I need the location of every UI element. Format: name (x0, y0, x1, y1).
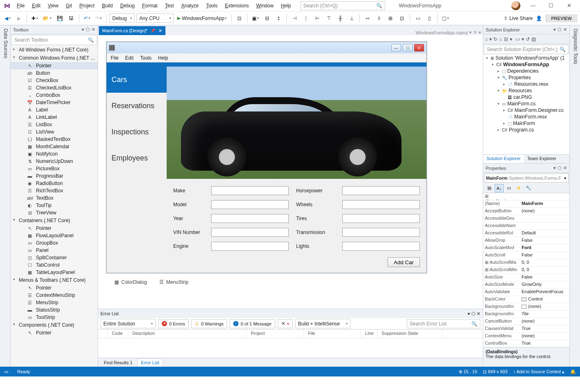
nav-fwd-button[interactable]: ▶ (14, 13, 24, 23)
property-row[interactable]: BackgroundIm(none) (483, 303, 569, 311)
dropdown-icon[interactable]: ▾ (468, 311, 470, 316)
home-icon[interactable]: ⌂ (485, 36, 488, 42)
field-input[interactable] (342, 186, 420, 195)
align-left-icon[interactable]: ⊣ (290, 13, 299, 23)
notifications-icon[interactable]: 🔔 (570, 369, 576, 374)
nav-item[interactable]: Reservations (107, 93, 167, 119)
toolbox-item[interactable]: ☑CheckBox (11, 77, 98, 84)
error-col-header[interactable]: Description (128, 330, 247, 338)
messages-filter-button[interactable]: i0 of 1 Message (230, 319, 275, 328)
user-avatar[interactable] (511, 1, 520, 10)
close-icon[interactable]: ✕ (563, 165, 567, 171)
dropdown-icon[interactable]: ▾ (553, 165, 556, 171)
toolbox-item[interactable]: ▭ToolStrip (11, 314, 98, 321)
error-col-header[interactable]: Suppression State (377, 330, 443, 338)
solution-node[interactable]: ▸⬚MainForm (483, 120, 569, 127)
menu-file[interactable]: File (13, 2, 28, 10)
filter-button[interactable]: ✕▾ (278, 319, 293, 328)
document-tab[interactable]: MainForm.cs [Design]*📌✕ (99, 26, 165, 35)
error-col-header[interactable]: Line (361, 330, 377, 338)
new-item-button[interactable]: ✚ (30, 13, 40, 23)
redo-button[interactable]: ↷ (94, 13, 103, 23)
spacing-icon[interactable]: ⇳ (374, 13, 384, 23)
toolbox-item[interactable]: abButton (11, 69, 98, 77)
menu-edit[interactable]: Edit (28, 2, 44, 10)
properties-icon[interactable]: ▤ (531, 36, 536, 42)
toolbox-item[interactable]: ▣NotifyIcon (11, 150, 98, 158)
property-row[interactable]: AutoValidateEnablePreventFocus (483, 289, 569, 296)
error-col-header[interactable]: File (304, 330, 361, 338)
feedback-icon[interactable]: 👤 (536, 16, 542, 21)
menu-extensions[interactable]: Extensions (221, 2, 252, 10)
align-middle-icon[interactable]: ╫ (335, 13, 345, 23)
toolbox-item[interactable]: ☰CheckedListBox (11, 84, 98, 91)
property-row[interactable]: ⊞ (DataBindings) (483, 193, 569, 200)
dropdown-icon[interactable]: ▾ (479, 30, 481, 35)
field-input[interactable] (211, 242, 289, 251)
sync-icon[interactable]: ↻ (493, 36, 497, 42)
menu-project[interactable]: Project (76, 2, 98, 10)
data-sources-tab[interactable]: Data Sources (0, 25, 11, 367)
form-minimize-button[interactable]: — (391, 44, 401, 51)
toolbox-item[interactable]: ↖Pointer (11, 329, 98, 336)
property-row[interactable]: AutoSizeFalse (483, 274, 569, 281)
toolbox-item[interactable]: ▬ProgressBar (11, 172, 98, 180)
solution-node[interactable]: ▾⊞Solution 'WindowsFormsApp' (1 (483, 55, 569, 61)
form-menu-item[interactable]: Edit (125, 55, 134, 61)
property-row[interactable]: CausesValidatTrue (483, 325, 569, 333)
menu-tools[interactable]: Tools (202, 2, 221, 10)
toolbox-item[interactable]: ☰MenuStrip (11, 299, 98, 306)
order-icon[interactable]: ▭ (413, 13, 423, 23)
solution-node[interactable]: ▾📁Resources (483, 87, 569, 94)
toolbox-item[interactable]: ▦FlowLayoutPanel (11, 232, 98, 239)
property-row[interactable]: AccessibleRolDefault (483, 230, 569, 237)
solution-node[interactable]: ▾C#WindowsFormsApp (483, 61, 569, 68)
toolbox-group[interactable]: Containers (.NET Core) (11, 216, 98, 225)
order-icon[interactable]: ▯ (424, 13, 434, 23)
form-menustrip[interactable]: FileEditToolsHelp (107, 53, 426, 62)
menu-build[interactable]: Build (98, 2, 117, 10)
diagnostic-tools-tab[interactable]: Diagnostic Tools (569, 25, 580, 367)
property-row[interactable]: ControlBoxTrue (483, 340, 569, 347)
toolbox-group[interactable]: Menus & Toolbars (.NET Core) (11, 276, 98, 284)
maximize-button[interactable]: ☐ (546, 1, 556, 10)
nav-back-button[interactable]: ◀ (2, 13, 12, 23)
property-row[interactable]: AllowDropFalse (483, 237, 569, 245)
toolbox-item[interactable]: ablTextBox (11, 194, 98, 202)
toolbox-item[interactable]: ◫SplitContainer (11, 254, 98, 261)
toolbox-item[interactable]: ▭PictureBox (11, 165, 98, 172)
solution-node[interactable]: ▸⬚Dependencies (483, 68, 569, 74)
save-all-button[interactable]: 🖫 (66, 13, 76, 23)
field-input[interactable] (211, 186, 289, 195)
close-icon[interactable]: ✕ (477, 311, 480, 316)
field-input[interactable] (342, 200, 420, 209)
toolbox-item[interactable]: ⌄ComboBox (11, 91, 98, 99)
align-top-icon[interactable]: ⊤ (324, 13, 334, 23)
add-car-button[interactable]: Add Car (388, 257, 420, 267)
home-icon[interactable]: ⌂ (499, 36, 502, 42)
form-close-button[interactable]: ✕ (414, 44, 424, 51)
designer-surface[interactable]: — ☐ ✕ FileEditToolsHelp CarsReservations… (98, 35, 483, 309)
toolbox-item[interactable]: ▦TableLayoutPanel (11, 269, 98, 276)
menu-view[interactable]: View (44, 2, 62, 10)
close-icon[interactable]: ✕ (158, 28, 162, 33)
pin-icon[interactable]: ⬠ (471, 311, 475, 316)
menu-window[interactable]: Window (252, 2, 277, 10)
toolbox-item[interactable]: ▦MonthCalendar (11, 143, 98, 150)
property-row[interactable]: ⊞ AutoScrollMin0, 0 (483, 267, 569, 274)
toolbox-item[interactable]: ALabel (11, 106, 98, 114)
toolbox-item[interactable]: ☐TabControl (11, 261, 98, 269)
dropdown-icon[interactable]: ▾ (82, 27, 84, 32)
collapse-icon[interactable]: ⊟ (504, 36, 508, 42)
solution-node[interactable]: 🖼car.PNG (483, 94, 569, 100)
field-input[interactable] (342, 214, 420, 223)
close-icon[interactable]: ✕ (473, 30, 477, 35)
toolbox-item[interactable]: ☰ListBox (11, 121, 98, 128)
toolbox-item[interactable]: (.)MaskedTextBox (11, 136, 98, 143)
property-row[interactable]: ⊞ AutoScrollMa0, 0 (483, 259, 569, 267)
toolbox-item[interactable]: ▭GroupBox (11, 239, 98, 247)
error-col-header[interactable] (98, 330, 108, 338)
property-row[interactable]: AutoScrollFalse (483, 252, 569, 259)
config-combo[interactable]: Debug (109, 13, 135, 23)
property-row[interactable]: CancelButton(none) (483, 318, 569, 325)
